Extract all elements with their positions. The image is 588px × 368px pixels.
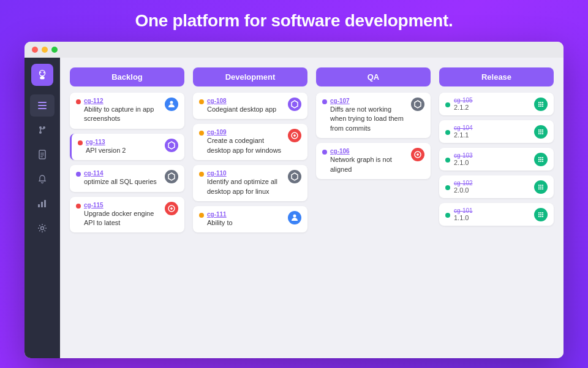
release-dot xyxy=(445,102,450,107)
svg-point-9 xyxy=(39,131,42,134)
sidebar-item-doc[interactable] xyxy=(30,144,55,166)
svg-rect-41 xyxy=(540,131,541,132)
release-menu-icon[interactable] xyxy=(534,98,548,111)
card-avatar xyxy=(165,202,178,215)
column-release: Releasecg-1052.1.2cg-1042.1.1cg-1032.1.0… xyxy=(439,67,554,237)
svg-rect-52 xyxy=(538,161,540,162)
main-content: Backlogcg-112Ability to capture in app s… xyxy=(60,58,564,358)
card-cg-113[interactable]: cg-113API version 2 xyxy=(70,134,184,160)
svg-rect-48 xyxy=(542,157,543,158)
svg-point-17 xyxy=(41,227,44,230)
card-id: cg-114 xyxy=(84,170,162,177)
release-dot xyxy=(445,185,450,190)
close-dot xyxy=(32,47,38,53)
card-status-dot xyxy=(76,99,81,104)
svg-rect-59 xyxy=(540,186,541,188)
release-menu-icon[interactable] xyxy=(534,153,548,166)
release-version: 2.1.1 xyxy=(454,131,473,139)
card-status-dot xyxy=(78,140,83,145)
card-title: Create a codegiant desktop app for windo… xyxy=(207,136,285,155)
release-menu-icon[interactable] xyxy=(534,180,548,194)
svg-rect-36 xyxy=(542,105,543,107)
svg-rect-69 xyxy=(542,214,543,215)
svg-rect-13 xyxy=(40,156,43,157)
sidebar-item-chart[interactable] xyxy=(30,193,55,215)
svg-marker-26 xyxy=(415,101,421,108)
svg-rect-12 xyxy=(40,155,44,155)
svg-marker-22 xyxy=(292,101,298,108)
card-title: Network graph is not aligned xyxy=(330,155,409,174)
svg-rect-54 xyxy=(542,161,543,162)
svg-rect-68 xyxy=(540,214,541,215)
release-id: cg-104 xyxy=(454,125,473,131)
release-menu-icon[interactable] xyxy=(534,125,548,139)
svg-point-18 xyxy=(170,101,173,104)
card-id: cg-112 xyxy=(84,98,162,104)
card-cg-107[interactable]: cg-107Diffs are not working when trying … xyxy=(316,93,431,138)
sidebar-item-list[interactable] xyxy=(30,94,55,117)
svg-point-25 xyxy=(293,214,296,217)
release-card-cg-102[interactable]: cg-1022.0.0 xyxy=(439,175,554,198)
page-headline: One platform for software development. xyxy=(135,11,453,31)
release-version: 2.1.2 xyxy=(454,104,473,111)
release-menu-icon[interactable] xyxy=(534,208,548,221)
sidebar-item-bell[interactable] xyxy=(30,168,55,190)
sidebar-item-gear[interactable] xyxy=(30,217,55,239)
svg-rect-28 xyxy=(538,102,540,103)
card-id: cg-107 xyxy=(330,98,409,104)
svg-rect-53 xyxy=(540,161,541,162)
card-status-dot xyxy=(76,204,81,209)
card-title: optimize all SQL queries xyxy=(84,177,162,186)
release-version: 2.1.0 xyxy=(454,159,473,166)
svg-rect-71 xyxy=(540,216,541,217)
svg-rect-37 xyxy=(538,129,540,131)
sidebar-logo[interactable] xyxy=(31,64,53,86)
svg-marker-24 xyxy=(292,173,298,180)
card-avatar xyxy=(288,129,301,142)
card-cg-110[interactable]: cg-110Identify and optimize all desktop … xyxy=(193,165,307,201)
release-dot xyxy=(445,158,450,163)
card-status-dot xyxy=(76,172,81,177)
card-avatar xyxy=(288,170,301,183)
kanban-board: Backlogcg-112Ability to capture in app s… xyxy=(70,67,554,237)
svg-rect-3 xyxy=(40,77,44,80)
svg-marker-19 xyxy=(168,142,175,149)
expand-dot xyxy=(51,47,58,53)
card-cg-111[interactable]: cg-111Ability to xyxy=(193,206,307,232)
card-avatar xyxy=(288,98,301,111)
svg-rect-32 xyxy=(540,104,541,105)
svg-rect-55 xyxy=(538,185,540,186)
minimize-dot xyxy=(42,47,48,53)
svg-rect-34 xyxy=(538,105,540,107)
release-id: cg-103 xyxy=(454,152,473,159)
svg-rect-58 xyxy=(538,186,540,188)
svg-rect-65 xyxy=(540,212,541,213)
svg-rect-40 xyxy=(538,131,540,132)
release-card-cg-103[interactable]: cg-1032.1.0 xyxy=(439,148,554,171)
card-avatar xyxy=(165,98,178,111)
card-cg-108[interactable]: cg-108Codegiant desktop app xyxy=(193,93,307,119)
svg-rect-57 xyxy=(542,185,543,186)
card-cg-106[interactable]: cg-106Network graph is not aligned xyxy=(316,143,431,179)
svg-rect-44 xyxy=(540,133,541,134)
svg-point-2 xyxy=(43,72,45,73)
svg-rect-4 xyxy=(38,102,47,103)
svg-rect-15 xyxy=(41,202,43,207)
sidebar-item-branch[interactable] xyxy=(30,119,55,141)
card-cg-115[interactable]: cg-115Upgrade docker engine API to lates… xyxy=(70,197,184,233)
release-card-cg-105[interactable]: cg-1052.1.2 xyxy=(439,93,554,115)
card-cg-112[interactable]: cg-112Ability to capture in app screensh… xyxy=(70,93,184,129)
sidebar xyxy=(24,58,60,358)
svg-rect-11 xyxy=(40,153,44,153)
svg-rect-47 xyxy=(540,157,541,158)
card-cg-109[interactable]: cg-109Create a codegiant desktop app for… xyxy=(193,124,307,160)
release-version: 1.1.0 xyxy=(454,214,473,221)
release-card-cg-104[interactable]: cg-1042.1.1 xyxy=(439,120,554,143)
svg-rect-38 xyxy=(540,129,541,131)
release-id: cg-105 xyxy=(454,97,473,104)
release-card-cg-101[interactable]: cg-1011.1.0 xyxy=(439,203,554,226)
card-cg-114[interactable]: cg-114optimize all SQL queries xyxy=(70,165,184,191)
svg-marker-20 xyxy=(168,173,175,180)
card-status-dot xyxy=(199,99,204,104)
svg-rect-64 xyxy=(538,212,540,213)
